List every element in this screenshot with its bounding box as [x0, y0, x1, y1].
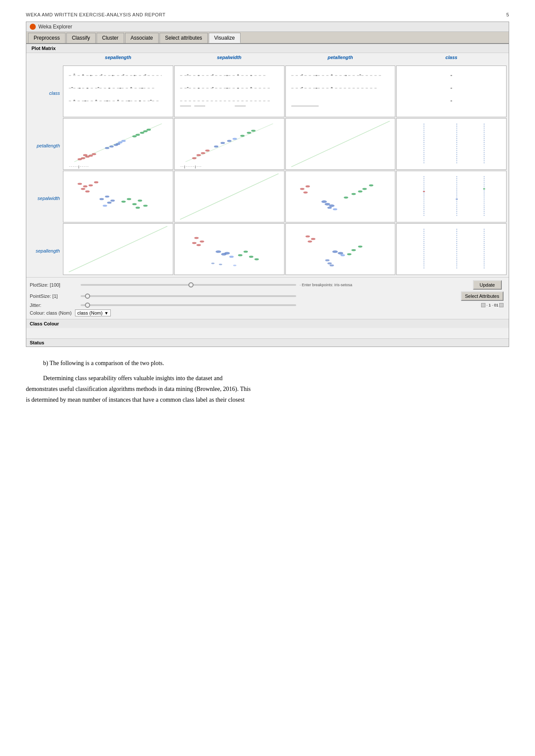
- page-header: WEKA AMD WRITTEN EXERCISE-ANALYSIS AND R…: [0, 0, 535, 22]
- svg-point-127: [321, 200, 327, 203]
- svg-point-92: [232, 138, 237, 140]
- svg-point-27: [150, 100, 152, 100]
- svg-point-108: [85, 191, 90, 193]
- tab-associate[interactable]: Associate: [125, 33, 159, 43]
- plot-cell-class-petallength[interactable]: [285, 66, 396, 117]
- tab-classify[interactable]: Classify: [66, 33, 96, 43]
- svg-point-16: [109, 87, 110, 88]
- plot-cell-petallength-class[interactable]: [396, 118, 507, 170]
- colour-dropdown[interactable]: class (Nom) ▼: [75, 309, 111, 316]
- col-header-sepalwidth: sepalwidth: [174, 55, 285, 65]
- plot-cell-sepalwidth-sepallength[interactable]: [63, 171, 173, 222]
- svg-point-114: [103, 205, 107, 207]
- plot-cell-sepalwidth-class[interactable]: [396, 171, 507, 222]
- svg-point-115: [121, 200, 125, 203]
- svg-point-10: [134, 75, 135, 76]
- svg-point-129: [329, 204, 335, 207]
- plot-cell-sepallength-sepallength[interactable]: [63, 223, 173, 275]
- plotsize-row: PlotSize: [100] · Enter breakpoints: Iri…: [30, 279, 505, 291]
- plot-row-sepallength: [63, 223, 507, 275]
- svg-point-147: [194, 237, 198, 239]
- plot-cell-petallength-sepallength[interactable]: ·····|·····: [63, 118, 173, 170]
- svg-point-5: [82, 74, 84, 75]
- tab-visualize[interactable]: Visualize: [209, 33, 241, 43]
- plot-cell-sepallength-petallength[interactable]: [285, 223, 396, 275]
- svg-point-33: [198, 75, 200, 76]
- svg-point-107: [88, 184, 93, 187]
- svg-point-61: [451, 87, 452, 88]
- plot-cell-petallength-sepalwidth[interactable]: ··|·····|···: [174, 118, 285, 170]
- svg-point-79: [140, 132, 144, 134]
- svg-point-50: [301, 74, 303, 75]
- plot-cell-class-class[interactable]: [396, 66, 507, 117]
- svg-point-62: [451, 100, 452, 101]
- svg-point-171: [358, 246, 362, 248]
- svg-point-170: [351, 249, 356, 251]
- visualize-panel: Plot Matrix class petallength sepalwidth…: [26, 44, 509, 347]
- svg-point-126: [303, 191, 307, 194]
- svg-point-22: [95, 100, 97, 100]
- svg-point-86: [197, 154, 201, 156]
- svg-point-34: [212, 74, 214, 75]
- plotsize-slider[interactable]: [81, 284, 296, 286]
- svg-point-52: [331, 74, 332, 75]
- jitter-slider[interactable]: [81, 304, 296, 306]
- tab-select-attributes[interactable]: Select attributes: [160, 33, 208, 43]
- plot-row-sepalwidth: [63, 170, 507, 223]
- svg-point-88: [205, 150, 210, 152]
- plot-row-petallength: ·····|·····: [63, 118, 507, 170]
- update-button[interactable]: Update: [473, 280, 502, 290]
- svg-point-118: [138, 200, 142, 202]
- svg-point-12: [71, 87, 73, 88]
- plot-grid: sepallength sepalwidth petallength class: [63, 55, 507, 277]
- svg-point-163: [305, 235, 310, 237]
- svg-point-91: [227, 140, 232, 142]
- pointsize-row: PointSize: [1] Select Attributes: [30, 291, 505, 302]
- svg-point-135: [362, 188, 366, 190]
- plot-cell-sepallength-class[interactable]: [396, 223, 507, 275]
- svg-point-166: [332, 250, 338, 253]
- plot-cell-class-sepallength[interactable]: [63, 66, 173, 117]
- select-attributes-button[interactable]: Select Attributes: [461, 291, 504, 301]
- plot-row-class: [63, 65, 507, 118]
- tab-cluster[interactable]: Cluster: [97, 33, 124, 43]
- svg-rect-28: [175, 66, 284, 117]
- svg-point-21: [84, 100, 86, 101]
- svg-point-173: [327, 262, 332, 265]
- col-header-class: class: [396, 55, 507, 65]
- svg-point-40: [212, 87, 214, 88]
- plot-cell-sepalwidth-sepalwidth[interactable]: [174, 171, 285, 222]
- plot-cell-class-sepalwidth[interactable]: [174, 66, 285, 117]
- svg-point-167: [338, 252, 343, 254]
- svg-point-141: [423, 191, 425, 192]
- pointsize-label: PointSize: [1]: [30, 294, 77, 299]
- row-label-sepalwidth: sepalwidth: [28, 172, 63, 225]
- plot-cell-sepallength-sepalwidth[interactable]: [174, 223, 285, 275]
- svg-point-11: [144, 74, 146, 75]
- svg-point-13: [79, 87, 81, 88]
- row-label-sepallength: sepallength: [28, 225, 63, 277]
- pointsize-slider[interactable]: [81, 295, 296, 297]
- svg-point-104: [78, 183, 82, 185]
- col-header-petallength: petallength: [285, 55, 396, 65]
- svg-point-4: [73, 74, 75, 75]
- svg-point-95: [251, 130, 255, 132]
- plot-matrix-title: Plot Matrix: [29, 45, 58, 52]
- svg-point-120: [143, 205, 147, 207]
- svg-point-70: [92, 153, 96, 155]
- svg-text:·····|·····: ·····|·····: [69, 165, 89, 169]
- svg-point-161: [233, 265, 237, 266]
- jitter-label: Jitter:: [30, 303, 77, 308]
- weka-titlebar: Weka Explorer: [26, 22, 509, 32]
- tab-preprocess[interactable]: Preprocess: [28, 33, 66, 43]
- plot-cell-sepalwidth-petallength[interactable]: [285, 171, 396, 222]
- plot-cell-petallength-petallength[interactable]: [285, 118, 396, 170]
- svg-point-134: [358, 191, 362, 193]
- svg-point-159: [211, 262, 215, 264]
- svg-point-165: [307, 241, 312, 243]
- weka-window-title: Weka Explorer: [38, 24, 72, 30]
- document-title: WEKA AMD WRITTEN EXERCISE-ANALYSIS AND R…: [26, 12, 166, 17]
- svg-point-78: [135, 134, 140, 136]
- svg-point-55: [301, 87, 303, 88]
- svg-point-32: [187, 74, 188, 75]
